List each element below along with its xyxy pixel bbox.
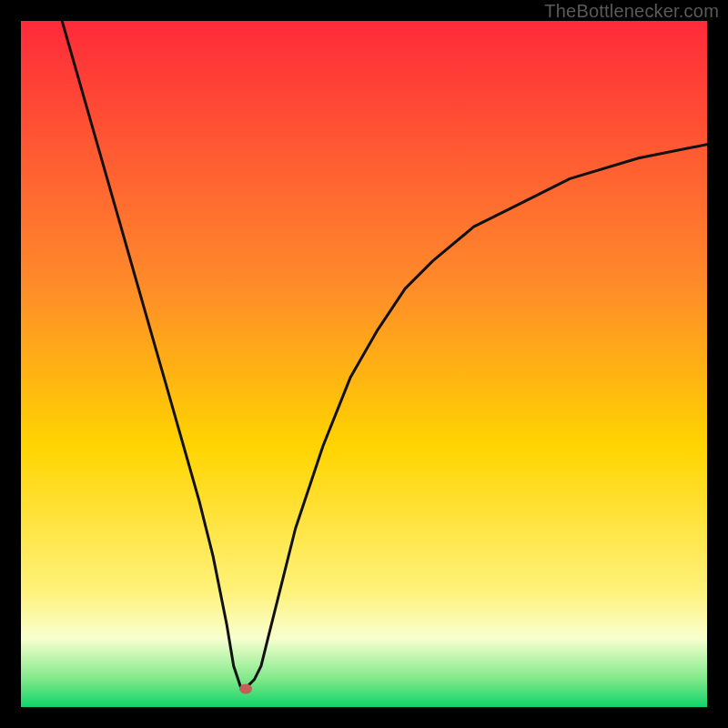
plot-area [21, 21, 707, 707]
chart-stage: TheBottlenecker.com [0, 0, 728, 728]
optimum-marker [239, 683, 252, 693]
bottleneck-curve [21, 21, 707, 707]
watermark-text: TheBottlenecker.com [544, 1, 719, 22]
